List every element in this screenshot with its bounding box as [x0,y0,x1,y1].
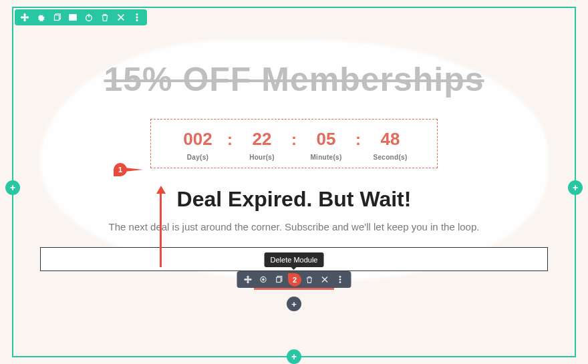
countdown-module[interactable]: 002 Day(s) : 22 Hour(s) : 05 Minute(s) :… [150,119,438,168]
countdown-days-label: Day(s) [187,154,208,161]
svg-rect-4 [74,15,76,21]
section-toolbar [15,9,147,25]
annotation-arrow [156,186,166,267]
gear-icon[interactable] [259,275,268,284]
sub-text: The next deal is just around the corner.… [40,221,548,232]
countdown-seconds-label: Second(s) [373,154,407,161]
columns-icon[interactable] [68,13,78,22]
more-icon[interactable] [132,13,142,22]
expired-title: Deal Expired. But Wait! [40,187,548,212]
power-icon[interactable] [84,13,94,22]
add-section-right[interactable]: + [568,180,583,195]
move-icon[interactable] [20,13,29,22]
add-section-left[interactable]: + [5,180,20,195]
annotation-callout-2: 2 [288,273,301,287]
trash-icon[interactable] [100,13,110,22]
more-icon[interactable] [336,275,345,284]
svg-rect-1 [55,15,59,21]
svg-point-9 [136,19,138,21]
countdown-days: 002 Day(s) [174,129,222,161]
svg-rect-2 [69,15,71,21]
countdown-days-value: 002 [183,129,212,150]
countdown-hours-label: Hour(s) [249,154,275,161]
countdown-seconds-value: 48 [381,129,400,150]
duplicate-icon[interactable] [275,275,283,284]
svg-point-8 [136,17,138,18]
move-icon[interactable] [244,275,253,284]
svg-point-13 [339,276,341,277]
countdown-separator: : [355,129,361,149]
svg-point-11 [263,279,265,281]
trash-icon[interactable] [305,275,314,284]
close-icon[interactable] [321,275,329,284]
duplicate-icon[interactable] [52,13,61,22]
svg-point-14 [339,279,341,280]
svg-point-7 [136,13,138,15]
countdown-separator: : [291,129,297,149]
close-icon[interactable] [116,13,126,22]
annotation-callout-1-wrap: 1 [114,163,143,176]
countdown-hours: 22 Hour(s) [238,129,286,161]
annotation-callout-1: 1 [114,163,127,176]
svg-rect-3 [71,15,74,21]
countdown-separator: : [227,129,233,149]
annotation-callout-1-tail [124,168,143,172]
svg-rect-12 [277,277,281,282]
add-module-button[interactable]: + [287,297,301,311]
svg-point-15 [339,281,341,283]
add-section-bottom[interactable]: + [287,349,301,364]
countdown-hours-value: 22 [253,129,272,150]
strike-headline: 15% OFF Memberships [40,60,548,99]
countdown-minutes: 05 Minute(s) [302,129,350,161]
countdown-minutes-value: 05 [317,129,336,150]
gear-icon[interactable] [36,13,45,22]
countdown-seconds: 48 Second(s) [366,129,414,161]
countdown-minutes-label: Minute(s) [310,154,341,161]
tooltip-delete-module: Delete Module [265,252,324,267]
